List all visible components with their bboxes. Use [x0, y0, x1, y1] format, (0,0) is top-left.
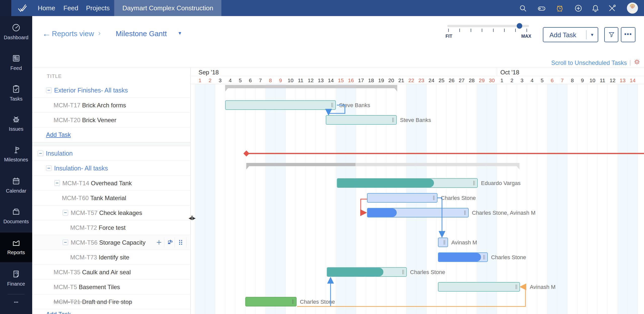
- add-task-row[interactable]: Add Task: [32, 127, 191, 142]
- breadcrumb-reports-view[interactable]: Reports view: [52, 30, 94, 38]
- sidebar-item-milestones[interactable]: Milestones: [0, 140, 32, 169]
- task-row[interactable]: MCM-T57 Check leakages: [32, 205, 191, 220]
- convert-icon[interactable]: [167, 239, 174, 246]
- back-arrow-icon[interactable]: ←: [42, 29, 51, 38]
- sidebar-item-feed[interactable]: Feed: [0, 48, 32, 78]
- nav-tab-active-project[interactable]: Daymart Complex Construction: [114, 0, 221, 16]
- summary-bar[interactable]: [246, 163, 519, 166]
- task-title[interactable]: MCM-T5 Basement Tiles: [54, 284, 120, 291]
- task-title[interactable]: MCM-T20 Brick Veneer: [54, 117, 116, 124]
- bar-drag-handle[interactable]: [433, 196, 435, 200]
- bar-drag-handle[interactable]: [516, 285, 517, 289]
- sidebar-item-dashboard[interactable]: Dashboard: [0, 18, 32, 47]
- gantt-bar-MCM-T20[interactable]: [326, 115, 397, 125]
- gantt-bar-MCM-T56[interactable]: [438, 238, 448, 247]
- task-title[interactable]: MCM-T73 Identify site: [70, 254, 129, 261]
- sidebar-item-documents[interactable]: Documents: [0, 202, 32, 231]
- add-icon[interactable]: [574, 4, 583, 13]
- milestone-group-label[interactable]: Exterior Finishes- All tasks: [54, 87, 128, 94]
- bar-drag-handle[interactable]: [332, 103, 333, 107]
- task-title[interactable]: MCM-T57 Check leakages: [71, 209, 142, 216]
- task-title[interactable]: MCM-T56 Storage Capacity: [71, 239, 145, 246]
- gantt-bar-MCM-T21[interactable]: [245, 297, 297, 306]
- sidebar-item-calendar[interactable]: Calendar: [0, 171, 32, 201]
- sidebar-item-label: Dashboard: [0, 35, 32, 40]
- task-row[interactable]: MCM-T20 Brick Veneer: [32, 113, 191, 127]
- milestone-group-row[interactable]: Insulation: [32, 146, 191, 161]
- sidebar-item-issues[interactable]: Issues: [0, 109, 32, 139]
- task-title[interactable]: MCM-T14 Overhead Tank: [62, 180, 132, 187]
- task-title[interactable]: MCM-T60 Tank Material: [62, 195, 126, 202]
- task-row[interactable]: MCM-T72 Force test: [32, 220, 191, 235]
- tools-icon[interactable]: [608, 4, 616, 13]
- summary-bar[interactable]: [225, 85, 397, 88]
- panel-resize-handle[interactable]: ◂‖▸: [188, 213, 195, 223]
- task-row[interactable]: MCM-T60 Tank Material: [32, 191, 191, 205]
- games-icon[interactable]: [537, 4, 546, 13]
- task-title[interactable]: MCM-T17 Brick Arch forms: [54, 102, 126, 109]
- gantt-bar-MCM-T57[interactable]: [367, 208, 469, 217]
- bar-drag-handle[interactable]: [473, 181, 475, 185]
- task-title[interactable]: MCM-T21 Draft and Fire stop: [54, 298, 132, 305]
- collapse-toggle-icon[interactable]: [46, 87, 52, 93]
- bar-drag-handle[interactable]: [403, 270, 404, 274]
- add-task-link[interactable]: Add Task: [46, 311, 71, 314]
- app-logo-icon[interactable]: [17, 3, 28, 14]
- bar-drag-handle[interactable]: [292, 299, 294, 304]
- collapse-toggle-icon[interactable]: [63, 210, 68, 215]
- task-row[interactable]: MCM-T17 Brick Arch forms: [32, 98, 191, 113]
- add-task-link[interactable]: Add Task: [46, 131, 71, 138]
- milestone-group-row[interactable]: Insulation- All tasks: [32, 161, 191, 176]
- add-task-caret-icon[interactable]: ▼: [590, 33, 594, 37]
- task-row[interactable]: MCM-T21 Draft and Fire stop: [32, 294, 191, 309]
- gantt-bar-MCM-T60[interactable]: [367, 193, 437, 203]
- search-icon[interactable]: [519, 4, 527, 13]
- add-task-button[interactable]: Add Task ▼: [543, 27, 598, 42]
- more-options-button[interactable]: •••: [621, 27, 635, 42]
- nav-item-feed[interactable]: Feed: [63, 0, 78, 16]
- gantt-bar-MCM-T73[interactable]: [438, 252, 488, 262]
- filter-button[interactable]: [604, 27, 618, 42]
- nav-item-projects[interactable]: Projects: [86, 0, 110, 16]
- view-dropdown-caret-icon[interactable]: ▼: [178, 31, 182, 36]
- task-title[interactable]: MCM-T72 Force test: [70, 224, 126, 231]
- task-row[interactable]: MCM-T56 Storage Capacity: [32, 235, 191, 250]
- milestone-group-row[interactable]: Exterior Finishes- All tasks: [32, 83, 191, 98]
- day-number: 14: [326, 77, 336, 83]
- sidebar-item-finance[interactable]: $Finance: [0, 264, 32, 294]
- collapse-toggle-icon[interactable]: [63, 240, 68, 245]
- avatar[interactable]: [627, 3, 638, 14]
- task-row[interactable]: MCM-T14 Overhead Tank: [32, 176, 191, 191]
- timer-icon[interactable]: [555, 4, 564, 13]
- sidebar-item-reports[interactable]: Reports: [0, 233, 32, 262]
- collapse-toggle-icon[interactable]: [46, 165, 52, 171]
- milestone-diamond-icon[interactable]: [243, 150, 249, 156]
- add-task-row[interactable]: Add Task: [32, 309, 191, 314]
- more-dots-icon[interactable]: [0, 300, 32, 306]
- bar-drag-handle[interactable]: [392, 118, 394, 122]
- milestone-group-label[interactable]: Insulation: [46, 150, 73, 157]
- task-row[interactable]: MCM-T5 Basement Tiles: [32, 280, 191, 294]
- breadcrumb-current-view[interactable]: Milestone Gantt: [116, 30, 167, 38]
- nav-item-home[interactable]: Home: [38, 0, 55, 16]
- milestone-group-label[interactable]: Insulation- All tasks: [54, 165, 108, 172]
- gantt-bar-MCM-T14[interactable]: [337, 178, 478, 188]
- sidebar-item-tasks[interactable]: Tasks: [0, 79, 32, 109]
- gantt-bar-MCM-T35[interactable]: [327, 267, 407, 277]
- scroll-to-unscheduled-link[interactable]: Scroll to Unscheduled Tasks: [551, 59, 627, 66]
- gear-icon[interactable]: [633, 58, 640, 65]
- task-title[interactable]: MCM-T35 Caulk and Air seal: [54, 269, 131, 276]
- bar-drag-handle[interactable]: [464, 210, 466, 215]
- collapse-toggle-icon[interactable]: [38, 151, 43, 156]
- bar-drag-handle[interactable]: [484, 255, 485, 259]
- task-row[interactable]: MCM-T73 Identify site: [32, 250, 191, 265]
- collapse-toggle-icon[interactable]: [54, 180, 60, 186]
- drag-dots-icon[interactable]: [177, 239, 184, 246]
- plus-icon[interactable]: [155, 239, 163, 246]
- zoom-slider-knob[interactable]: [517, 23, 522, 29]
- notifications-icon[interactable]: [591, 4, 600, 13]
- task-row[interactable]: MCM-T35 Caulk and Air seal: [32, 265, 191, 280]
- gantt-bar-MCM-T5[interactable]: [438, 282, 520, 292]
- gantt-bar-MCM-T17[interactable]: [225, 100, 336, 110]
- bar-drag-handle[interactable]: [444, 240, 445, 245]
